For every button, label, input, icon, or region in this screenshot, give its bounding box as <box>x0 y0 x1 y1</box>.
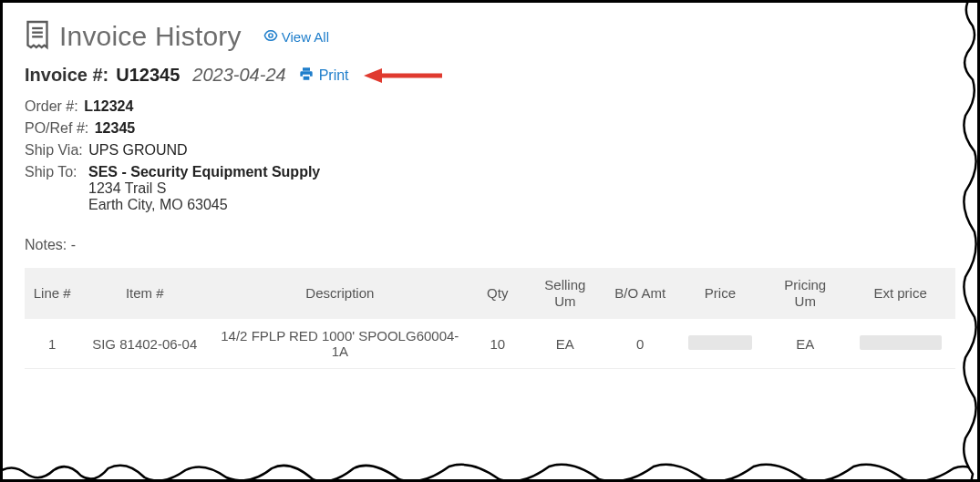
torn-edge-right <box>960 0 980 482</box>
order-row: Order #: L12324 <box>25 98 955 115</box>
cell-bo-amt: 0 <box>605 319 676 369</box>
page-title: Invoice History <box>59 21 242 52</box>
torn-edge-bottom <box>0 459 980 482</box>
redacted-block <box>860 335 942 350</box>
poref-value: 12345 <box>95 120 136 136</box>
notes-label: Notes: <box>25 237 67 252</box>
print-label: Print <box>319 67 349 84</box>
notes-row: Notes: - <box>25 237 955 253</box>
col-pric-um: Pricing Um <box>765 268 845 319</box>
eye-icon <box>263 28 278 46</box>
shipto-block: Ship To: SES - Security Equipment Supply… <box>25 164 955 213</box>
poref-row: PO/Ref #: 12345 <box>25 120 955 137</box>
cell-ext <box>845 319 955 369</box>
shipto-name: SES - Security Equipment Supply <box>88 164 320 179</box>
col-qty: Qty <box>470 268 525 319</box>
annotation-arrow <box>362 66 444 86</box>
shipto-label: Ship To: <box>25 164 77 179</box>
invoice-date: 2023-04-24 <box>192 65 285 86</box>
svg-point-3 <box>269 33 273 36</box>
col-sell-um: Selling Um <box>525 268 605 319</box>
poref-label: PO/Ref #: <box>25 120 88 136</box>
shipvia-row: Ship Via: UPS GROUND <box>25 142 955 159</box>
title-row: Invoice History View All <box>25 19 955 54</box>
invoice-header-line: Invoice #: U12345 2023-04-24 Print <box>25 65 955 86</box>
table-row: 1 SIG 81402-06-04 14/2 FPLP RED 1000' SP… <box>25 319 955 369</box>
printer-icon <box>299 67 314 85</box>
cell-desc: 14/2 FPLP RED 1000' SPOOLG60004-1A <box>210 319 469 369</box>
view-all-label: View All <box>282 29 329 45</box>
cell-price <box>676 319 766 369</box>
redacted-block <box>688 335 752 350</box>
order-value: L12324 <box>84 98 133 114</box>
items-table: Line # Item # Description Qty Selling Um… <box>25 268 955 369</box>
svg-marker-5 <box>364 68 382 83</box>
shipto-addr1: 1234 Trail S <box>88 180 955 197</box>
col-desc: Description <box>210 268 469 319</box>
invoice-label: Invoice #: <box>25 65 108 86</box>
view-all-link[interactable]: View All <box>263 28 329 46</box>
col-bo-amt: B/O Amt <box>605 268 676 319</box>
invoice-number: U12345 <box>116 65 180 86</box>
order-label: Order #: <box>25 98 78 114</box>
col-ext: Ext price <box>845 268 955 319</box>
page-frame: Invoice History View All Invoice #: U123… <box>0 0 980 482</box>
items-thead: Line # Item # Description Qty Selling Um… <box>25 268 955 319</box>
shipvia-label: Ship Via: <box>25 142 83 158</box>
shipvia-value: UPS GROUND <box>88 142 187 158</box>
receipt-icon <box>25 19 50 54</box>
col-line: Line # <box>25 268 79 319</box>
cell-pric-um: EA <box>765 319 845 369</box>
col-price: Price <box>676 268 766 319</box>
cell-sell-um: EA <box>525 319 605 369</box>
shipto-addr2: Earth City, MO 63045 <box>88 197 955 213</box>
cell-line: 1 <box>25 319 79 369</box>
print-link[interactable]: Print <box>299 67 349 85</box>
cell-qty: 10 <box>470 319 525 369</box>
cell-item: SIG 81402-06-04 <box>79 319 210 369</box>
col-item: Item # <box>79 268 210 319</box>
notes-value: - <box>71 237 76 252</box>
